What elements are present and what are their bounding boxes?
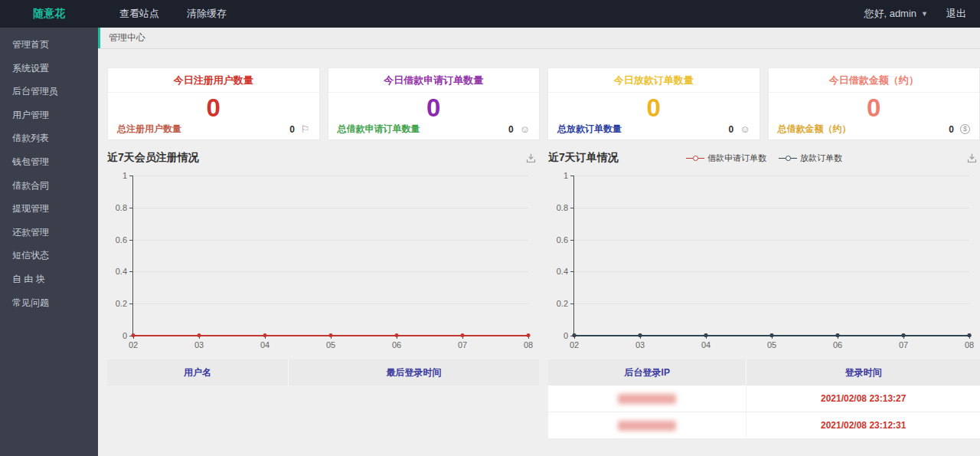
table-header-cell: 用户名 bbox=[107, 359, 289, 385]
gridline bbox=[574, 271, 969, 272]
y-axis-label: 1 bbox=[564, 171, 568, 180]
table-row[interactable]: 2021/02/08 23:12:31 bbox=[548, 412, 980, 439]
sidebar-item-system-settings[interactable]: 系统设置 bbox=[0, 57, 98, 80]
plot-area: 10.80.60.40.2002030405060708 bbox=[573, 176, 969, 336]
x-axis-label: 05 bbox=[767, 340, 776, 349]
sidebar-item-withdraw[interactable]: 提现管理 bbox=[0, 197, 98, 221]
menu-clear-cache[interactable]: 清除缓存 bbox=[187, 7, 227, 21]
sidebar-item-repayment[interactable]: 还款管理 bbox=[0, 221, 98, 244]
sidebar-item-loan-contract[interactable]: 借款合同 bbox=[0, 174, 98, 198]
chart-legend: 借款申请订单数放款订单数 bbox=[686, 153, 842, 164]
stat-cards-row: 今日注册用户数量0总注册用户数量0⚐今日借款申请订单数量0总借款申请订单数量0☺… bbox=[107, 67, 980, 140]
user-dropdown[interactable]: 您好, admin ▼ bbox=[864, 7, 928, 21]
table-cell-ip bbox=[548, 412, 746, 438]
sidebar-item-sms-status[interactable]: 短信状态 bbox=[0, 244, 98, 267]
x-axis-label: 02 bbox=[129, 340, 138, 349]
tab-admin-center[interactable]: 管理中心 bbox=[98, 28, 158, 48]
x-axis-label: 03 bbox=[635, 340, 645, 349]
card-value: 0 bbox=[769, 93, 980, 123]
x-axis-label: 06 bbox=[833, 340, 842, 349]
sidebar-item-faq[interactable]: 常见问题 bbox=[0, 291, 98, 315]
legend-line bbox=[686, 158, 693, 159]
download-icon[interactable] bbox=[525, 153, 537, 164]
brand-logo[interactable]: 随意花 bbox=[0, 7, 98, 21]
legend-label: 放款订单数 bbox=[800, 153, 842, 164]
topbar-menu: 查看站点 清除缓存 bbox=[119, 7, 227, 21]
card-title: 今日注册用户数量 bbox=[108, 68, 319, 93]
gridline bbox=[574, 303, 969, 304]
chart-header: 近7天订单情况借款申请订单数放款订单数 bbox=[548, 146, 980, 169]
y-axis-label: 0.4 bbox=[116, 267, 127, 276]
data-point bbox=[527, 333, 531, 337]
x-axis-label: 05 bbox=[326, 340, 335, 349]
legend-line bbox=[791, 158, 798, 159]
data-point bbox=[968, 333, 972, 337]
y-axis-label: 0 bbox=[564, 331, 568, 340]
chevron-down-icon: ▼ bbox=[921, 10, 928, 18]
card-footer-value: 0 bbox=[949, 124, 954, 135]
y-axis-tick bbox=[129, 303, 133, 304]
redacted-ip-value bbox=[618, 394, 676, 404]
table-header-cell: 最后登录时间 bbox=[289, 359, 539, 385]
card-value: 0 bbox=[328, 93, 540, 123]
chart-header: 近7天会员注册情况 bbox=[107, 146, 539, 169]
sidebar-item-wallet[interactable]: 钱包管理 bbox=[0, 150, 98, 174]
topbar-right: 您好, admin ▼ 退出 bbox=[864, 7, 980, 21]
y-axis-label: 0.4 bbox=[557, 267, 568, 276]
y-axis-label: 0.8 bbox=[116, 203, 127, 212]
charts-row: 近7天会员注册情况10.80.60.40.2002030405060708近7天… bbox=[107, 146, 980, 336]
chart-title: 近7天会员注册情况 bbox=[107, 151, 199, 165]
tab-label: 管理中心 bbox=[109, 31, 145, 44]
stat-card-3: 今日放款订单数量0总放款订单数量0☺ bbox=[547, 67, 760, 140]
gridline bbox=[133, 176, 528, 176]
card-footer-value: 0 bbox=[289, 124, 295, 135]
y-axis-tick bbox=[570, 208, 574, 208]
card-footer: 总注册用户数量0⚐ bbox=[108, 123, 319, 136]
table-cell-time: 2021/02/08 23:13:27 bbox=[746, 385, 980, 412]
y-axis-tick bbox=[129, 240, 133, 241]
x-axis-label: 08 bbox=[524, 340, 533, 349]
x-axis-label: 06 bbox=[392, 340, 401, 349]
sidebar-item-loan-list[interactable]: 借款列表 bbox=[0, 126, 98, 150]
logout-button[interactable]: 退出 bbox=[946, 7, 966, 21]
download-icon[interactable] bbox=[966, 153, 978, 164]
data-point bbox=[573, 333, 577, 337]
card-footer-label: 总注册用户数量 bbox=[117, 123, 181, 136]
x-axis-label: 04 bbox=[260, 340, 270, 349]
legend-label: 借款申请订单数 bbox=[707, 153, 766, 164]
y-axis-label: 0.6 bbox=[116, 235, 127, 244]
data-point bbox=[263, 333, 267, 337]
gridline bbox=[133, 303, 528, 304]
sidebar-item-user-management[interactable]: 用户管理 bbox=[0, 103, 98, 127]
table-cell-ip bbox=[548, 385, 746, 412]
card-title: 今日借款申请订单数量 bbox=[328, 68, 540, 93]
x-axis-label: 04 bbox=[701, 340, 710, 349]
y-axis-label: 0.8 bbox=[557, 203, 568, 212]
legend-line bbox=[779, 158, 786, 159]
table-cell-time: 2021/02/08 23:12:31 bbox=[746, 412, 980, 438]
smiley-icon: ☺ bbox=[520, 123, 530, 135]
tables-row: 用户名最后登录时间后台登录IP登录时间2021/02/08 23:13:2720… bbox=[107, 359, 980, 439]
y-axis-tick bbox=[570, 271, 574, 272]
gridline bbox=[574, 176, 969, 176]
legend-item[interactable]: 放款订单数 bbox=[779, 153, 842, 164]
menu-view-site[interactable]: 查看站点 bbox=[119, 7, 159, 21]
card-title: 今日借款金额（约） bbox=[769, 68, 980, 93]
plot-area: 10.80.60.40.2002030405060708 bbox=[132, 176, 528, 336]
card-footer-value: 0 bbox=[729, 124, 734, 135]
card-value: 0 bbox=[548, 93, 760, 123]
sidebar-item-admins[interactable]: 后台管理员 bbox=[0, 80, 98, 103]
main-content: 管理中心 今日注册用户数量0总注册用户数量0⚐今日借款申请订单数量0总借款申请订… bbox=[98, 28, 980, 456]
gridline bbox=[133, 240, 528, 241]
plot: 10.80.60.40.2002030405060708 bbox=[573, 176, 969, 336]
card-footer-value-group: 0$ bbox=[949, 124, 970, 135]
sidebar-item-home[interactable]: 管理首页 bbox=[0, 33, 98, 57]
sidebar-item-free-block[interactable]: 自 由 块 bbox=[0, 267, 98, 291]
table-row[interactable]: 2021/02/08 23:13:27 bbox=[548, 385, 980, 412]
card-footer-label: 总借款申请订单数量 bbox=[338, 123, 420, 136]
legend-line bbox=[698, 158, 705, 159]
legend-item[interactable]: 借款申请订单数 bbox=[686, 153, 766, 164]
gridline bbox=[133, 271, 528, 272]
stat-card-2: 今日借款申请订单数量0总借款申请订单数量0☺ bbox=[328, 67, 541, 140]
table-header-row: 后台登录IP登录时间 bbox=[548, 359, 980, 385]
